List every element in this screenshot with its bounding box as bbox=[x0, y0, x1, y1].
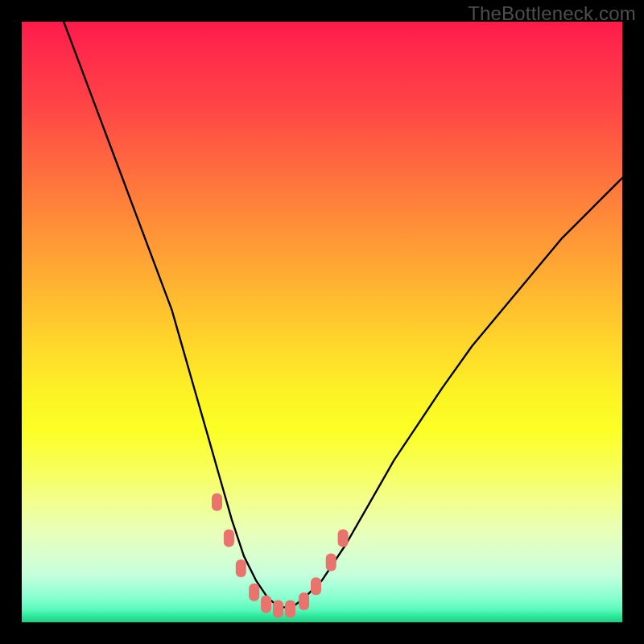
curve-marker bbox=[299, 592, 309, 610]
curve-marker bbox=[224, 530, 234, 547]
chart-frame: TheBottleneck.com bbox=[0, 0, 644, 644]
curve-marker bbox=[273, 601, 283, 618]
curve-marker bbox=[249, 584, 259, 601]
plot-area bbox=[22, 22, 622, 622]
watermark-label: TheBottleneck.com bbox=[468, 2, 636, 25]
curve-layer bbox=[22, 22, 622, 622]
curve-markers bbox=[212, 493, 349, 618]
curve-marker bbox=[326, 553, 336, 571]
curve-marker bbox=[261, 596, 271, 613]
curve-marker bbox=[212, 493, 222, 511]
curve-marker bbox=[285, 601, 295, 618]
curve-marker bbox=[236, 559, 246, 577]
bottleneck-curve bbox=[64, 22, 622, 607]
curve-marker bbox=[311, 577, 321, 595]
curve-marker bbox=[338, 530, 349, 547]
